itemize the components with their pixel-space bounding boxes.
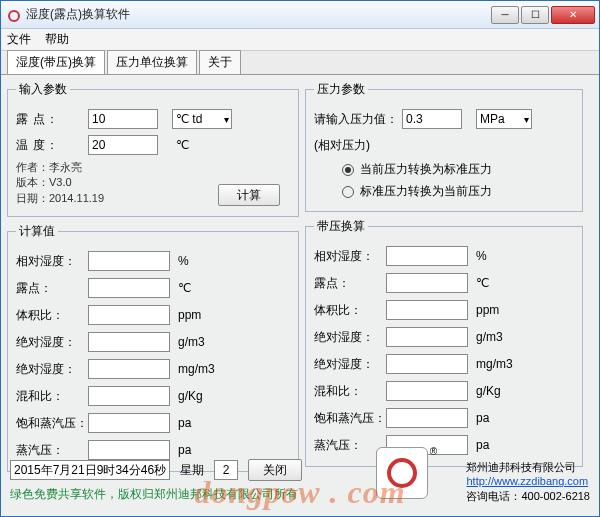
result-label: 绝对湿度：	[314, 329, 386, 346]
result-value[interactable]	[386, 273, 468, 293]
result-unit: %	[178, 254, 189, 268]
radio-icon	[342, 164, 354, 176]
result-row: 体积比：ppm	[16, 303, 290, 327]
app-icon	[5, 7, 21, 23]
result-value[interactable]	[386, 327, 468, 347]
result-unit: pa	[476, 438, 489, 452]
result-row: 相对湿度：%	[16, 249, 290, 273]
result-label: 体积比：	[314, 302, 386, 319]
company-url[interactable]: http://www.zzdibang.com	[466, 475, 588, 487]
result-unit: g/m3	[178, 335, 205, 349]
result-row: 饱和蒸汽压：pa	[16, 411, 290, 435]
minimize-button[interactable]: ─	[491, 6, 519, 24]
result-label: 绝对湿度：	[16, 334, 88, 351]
result-row: 体积比：ppm	[314, 298, 574, 322]
temp-input[interactable]	[88, 135, 158, 155]
close-app-button[interactable]: 关闭	[248, 459, 302, 481]
tab-humidity[interactable]: 湿度(带压)换算	[7, 50, 105, 74]
menu-help[interactable]: 帮助	[45, 31, 69, 48]
registered-icon: ®	[430, 446, 437, 457]
result-unit: mg/m3	[476, 357, 513, 371]
result-value[interactable]	[88, 413, 170, 433]
pressure-unit-select[interactable]: MPa	[476, 109, 532, 129]
result-unit: pa	[178, 443, 191, 457]
result-unit: %	[476, 249, 487, 263]
result-label: 绝对湿度：	[314, 356, 386, 373]
result-unit: pa	[476, 411, 489, 425]
result-unit: g/Kg	[476, 384, 501, 398]
result-row: 绝对湿度：mg/m3	[16, 357, 290, 381]
result-unit: mg/m3	[178, 362, 215, 376]
result-label: 混和比：	[314, 383, 386, 400]
result-unit: ℃	[476, 276, 489, 290]
menu-file[interactable]: 文件	[7, 31, 31, 48]
result-label: 绝对湿度：	[16, 361, 88, 378]
copyright-notice: 绿色免费共享软件，版权归郑州迪邦科技有限公司所有	[10, 486, 298, 503]
radio-current-to-std[interactable]: 当前压力转换为标准压力	[342, 161, 574, 178]
result-value[interactable]	[88, 359, 170, 379]
dew-unit-select[interactable]: ℃ td	[172, 109, 232, 129]
temp-unit: ℃	[176, 138, 189, 152]
result-value[interactable]	[88, 440, 170, 460]
pressure-prompt: 请输入压力值：	[314, 111, 398, 128]
company-info: 郑州迪邦科技有限公司 http://www.zzdibang.com 咨询电话：…	[466, 460, 590, 503]
result-row: 露点：℃	[314, 271, 574, 295]
radio-std-to-current[interactable]: 标准压力转换为当前压力	[342, 183, 574, 200]
result-row: 绝对湿度：g/m3	[314, 325, 574, 349]
temp-label: 温 度：	[16, 137, 88, 154]
result-row: 饱和蒸汽压：pa	[314, 406, 574, 430]
result-value[interactable]	[88, 386, 170, 406]
result-unit: ppm	[476, 303, 499, 317]
close-button[interactable]: ✕	[551, 6, 595, 24]
result-value[interactable]	[88, 305, 170, 325]
result-label: 露点：	[16, 280, 88, 297]
calc-values-legend: 计算值	[16, 223, 58, 240]
result-value[interactable]	[386, 408, 468, 428]
press-calc-legend: 带压换算	[314, 218, 368, 235]
result-value[interactable]	[386, 381, 468, 401]
result-value[interactable]	[88, 251, 170, 271]
input-params-legend: 输入参数	[16, 81, 70, 98]
meta-info: 作者：李永亮 版本：V3.0 日期：2014.11.19	[16, 160, 104, 206]
radio-icon	[342, 186, 354, 198]
result-label: 体积比：	[16, 307, 88, 324]
calculate-button[interactable]: 计算	[218, 184, 280, 206]
result-label: 饱和蒸汽压：	[16, 415, 88, 432]
right-column: 压力参数 请输入压力值： MPa (相对压力) 当前压力转换为标准压力 标准压力…	[305, 81, 583, 472]
result-label: 相对湿度：	[16, 253, 88, 270]
content: 输入参数 露 点： ℃ td 温 度： ℃ 作者：李永亮 版本：V3.0 日期：…	[1, 75, 599, 478]
result-row: 露点：℃	[16, 276, 290, 300]
result-value[interactable]	[386, 246, 468, 266]
dew-input[interactable]	[88, 109, 158, 129]
result-value[interactable]	[88, 332, 170, 352]
footer-bar: 星期 关闭	[10, 459, 302, 481]
result-row: 混和比：g/Kg	[314, 379, 574, 403]
tabbar: 湿度(带压)换算 压力单位换算 关于	[1, 51, 599, 75]
result-unit: ℃	[178, 281, 191, 295]
result-label: 饱和蒸汽压：	[314, 410, 386, 427]
input-params-box: 输入参数 露 点： ℃ td 温 度： ℃ 作者：李永亮 版本：V3.0 日期：…	[7, 81, 299, 217]
pressure-params-legend: 压力参数	[314, 81, 368, 98]
maximize-button[interactable]: ☐	[521, 6, 549, 24]
result-value[interactable]	[88, 278, 170, 298]
tab-about[interactable]: 关于	[199, 50, 241, 74]
week-label: 星期	[180, 462, 204, 479]
window-title: 湿度(露点)换算软件	[26, 6, 491, 23]
press-calc-box: 带压换算 相对湿度：%露点：℃体积比：ppm绝对湿度：g/m3绝对湿度：mg/m…	[305, 218, 583, 467]
result-label: 相对湿度：	[314, 248, 386, 265]
result-row: 绝对湿度：mg/m3	[314, 352, 574, 376]
result-value[interactable]	[386, 354, 468, 374]
left-column: 输入参数 露 点： ℃ td 温 度： ℃ 作者：李永亮 版本：V3.0 日期：…	[7, 81, 299, 472]
result-row: 绝对湿度：g/m3	[16, 330, 290, 354]
calc-values-box: 计算值 相对湿度：%露点：℃体积比：ppm绝对湿度：g/m3绝对湿度：mg/m3…	[7, 223, 299, 472]
tab-pressure-unit[interactable]: 压力单位换算	[107, 50, 197, 74]
window-buttons: ─ ☐ ✕	[491, 6, 595, 24]
pressure-params-box: 压力参数 请输入压力值： MPa (相对压力) 当前压力转换为标准压力 标准压力…	[305, 81, 583, 212]
pressure-input[interactable]	[402, 109, 462, 129]
result-unit: pa	[178, 416, 191, 430]
app-window: 湿度(露点)换算软件 ─ ☐ ✕ 文件 帮助 湿度(带压)换算 压力单位换算 关…	[0, 0, 600, 517]
company-logo: ®	[376, 447, 428, 499]
week-value	[214, 460, 238, 480]
dew-label: 露 点：	[16, 111, 88, 128]
result-value[interactable]	[386, 300, 468, 320]
